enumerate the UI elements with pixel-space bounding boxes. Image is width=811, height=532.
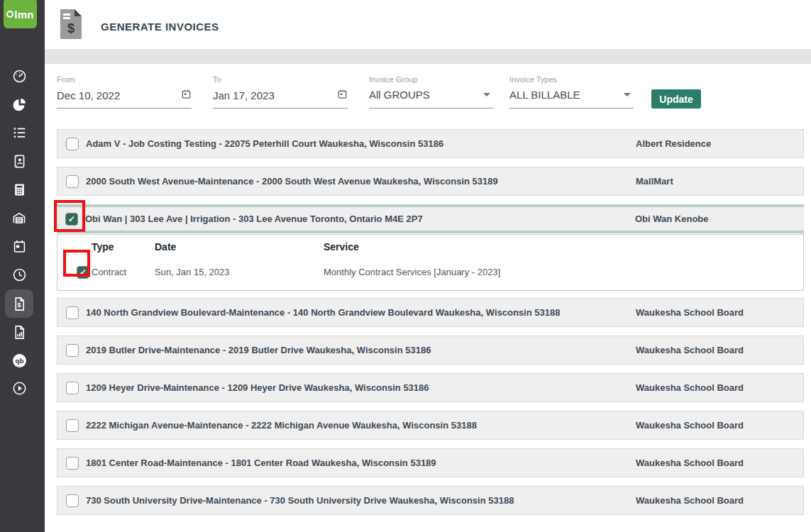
sidebar: lmn $qb xyxy=(0,0,45,532)
sidebar-item-warehouse[interactable] xyxy=(5,204,33,232)
header-divider-strip xyxy=(45,49,811,64)
row-checkbox[interactable]: ✓ xyxy=(66,382,79,394)
from-value: Dec 10, 2022 xyxy=(57,89,120,101)
update-button[interactable]: Update xyxy=(651,89,701,109)
sidebar-item-quickbooks[interactable]: qb xyxy=(5,346,33,375)
invoice-row-title: 2019 Butler Drive-Maintenance - 2019 But… xyxy=(86,345,636,355)
invoice-row-client: Waukesha School Board xyxy=(636,495,803,506)
invoice-row-client: Waukesha School Board xyxy=(636,345,803,355)
sidebar-item-invoices[interactable]: $ xyxy=(5,289,33,318)
invoice-row-client: Albert Residence xyxy=(636,138,803,149)
invoice-page-icon: $ xyxy=(58,8,84,43)
page-title: GENERATE INVOICES xyxy=(101,21,219,33)
invoice-row-client: Waukesha School Board xyxy=(636,307,803,318)
quickbooks-icon: qb xyxy=(11,353,28,369)
invoice-row-title: 140 North Grandview Boulevard-Maintenanc… xyxy=(86,307,636,318)
sidebar-item-lists[interactable] xyxy=(5,118,33,147)
row-checkbox[interactable]: ✓ xyxy=(66,494,79,507)
invoice-types-label: Invoice Types xyxy=(509,75,634,84)
invoice-detail-panel: Type Date Service ✓ Contract Sun, Jan 15… xyxy=(57,234,804,291)
invoice-group-value: All GROUPS xyxy=(369,89,430,101)
calendar-icon xyxy=(12,239,27,254)
invoice-row[interactable]: ✓ 140 North Grandview Boulevard-Maintena… xyxy=(57,298,804,327)
to-label: To xyxy=(213,75,348,84)
invoice-row-title: 1801 Center Road-Maintenance - 1801 Cent… xyxy=(86,458,636,468)
report-doc-icon xyxy=(12,325,27,340)
detail-date-value: Sun, Jan 15, 2023 xyxy=(155,267,324,277)
sidebar-item-schedule[interactable] xyxy=(5,232,33,260)
list-icon xyxy=(12,126,27,140)
invoice-row-title: 2000 South West Avenue-Maintenance - 200… xyxy=(86,176,636,187)
detail-date-header: Date xyxy=(155,241,324,253)
sidebar-item-timesheets[interactable] xyxy=(5,260,33,289)
invoice-group-label: Invoice Group xyxy=(369,75,493,84)
calendar-picker-icon[interactable] xyxy=(181,89,192,102)
invoice-row-title: Adam V - Job Costing Testing - 22075 Pet… xyxy=(86,138,636,149)
warehouse-icon xyxy=(11,211,27,226)
row-checkbox[interactable]: ✓ xyxy=(66,457,79,470)
invoice-row-client: Waukesha School Board xyxy=(636,458,803,468)
invoice-row-client: Waukesha School Board xyxy=(636,420,803,431)
invoice-row-client: Obi Wan Kenobe xyxy=(635,214,804,224)
main-area: $ GENERATE INVOICES From Dec 10, 2022 To… xyxy=(45,0,811,532)
dashboard-icon xyxy=(12,69,27,84)
lmn-logo[interactable]: lmn xyxy=(4,0,37,28)
sidebar-item-estimates[interactable] xyxy=(5,175,33,204)
invoice-row[interactable]: ✓ Adam V - Job Costing Testing - 22075 P… xyxy=(57,129,804,158)
calculator-icon xyxy=(12,182,27,197)
calendar-picker-icon[interactable] xyxy=(337,89,348,102)
invoice-row-client: MallMart xyxy=(636,176,803,187)
sidebar-item-reports-pie[interactable] xyxy=(5,90,33,118)
invoice-row-client: Waukesha School Board xyxy=(636,382,803,393)
detail-type-value: Contract xyxy=(92,267,155,277)
svg-text:qb: qb xyxy=(15,357,23,365)
invoice-row-title: 1209 Heyer Drive-Maintenance - 1209 Heye… xyxy=(86,382,636,393)
invoice-row-title: 2222 Michigan Avenue-Maintenance - 2222 … xyxy=(86,420,636,431)
clock-icon xyxy=(12,267,27,282)
invoice-types-value: ALL BILLABLE xyxy=(509,89,580,101)
row-checkbox[interactable]: ✓ xyxy=(65,213,78,226)
row-checkbox[interactable]: ✓ xyxy=(66,344,79,357)
sidebar-item-statements[interactable] xyxy=(5,318,33,346)
sidebar-item-tutorials[interactable] xyxy=(5,374,33,402)
sidebar-item-contacts[interactable] xyxy=(5,147,33,175)
from-date-field[interactable]: From Dec 10, 2022 xyxy=(57,75,192,109)
invoice-group-select[interactable]: Invoice Group All GROUPS xyxy=(369,75,493,109)
row-checkbox[interactable]: ✓ xyxy=(66,306,79,319)
chevron-down-icon xyxy=(624,93,631,96)
invoice-row[interactable]: ✓ 1801 Center Road-Maintenance - 1801 Ce… xyxy=(57,448,804,477)
invoice-row[interactable]: ✓ 2222 Michigan Avenue-Maintenance - 222… xyxy=(57,411,804,440)
invoice-row[interactable]: ✓ 2000 South West Avenue-Maintenance - 2… xyxy=(57,167,804,196)
detail-service-value: Monthly Contract Services [January - 202… xyxy=(324,267,803,277)
row-checkbox[interactable]: ✓ xyxy=(66,138,79,150)
invoice-row[interactable]: ✓ Obi Wan | 303 Lee Ave | Irrigation - 3… xyxy=(57,204,804,233)
svg-text:$: $ xyxy=(67,21,75,35)
lmn-logo-text: lmn xyxy=(14,9,34,21)
detail-type-header: Type xyxy=(92,241,155,253)
pie-chart-icon xyxy=(12,97,27,112)
invoice-doc-icon: $ xyxy=(12,297,27,311)
from-label: From xyxy=(57,75,192,84)
invoice-types-select[interactable]: Invoice Types ALL BILLABLE xyxy=(509,75,634,109)
to-date-field[interactable]: To Jan 17, 2023 xyxy=(213,75,348,109)
to-value: Jan 17, 2023 xyxy=(213,89,275,101)
sidebar-item-dashboard[interactable] xyxy=(5,62,33,90)
svg-text:$: $ xyxy=(17,301,21,309)
lmn-logo-icon xyxy=(6,11,13,18)
row-checkbox[interactable]: ✓ xyxy=(66,175,79,188)
invoice-list: ✓ Adam V - Job Costing Testing - 22075 P… xyxy=(57,129,804,523)
play-circle-icon xyxy=(12,381,27,396)
invoice-row[interactable]: ✓ 730 South University Drive-Maintenance… xyxy=(57,486,804,515)
invoice-row[interactable]: ✓ 2019 Butler Drive-Maintenance - 2019 B… xyxy=(57,336,804,365)
detail-service-header: Service xyxy=(324,241,803,253)
address-book-icon xyxy=(12,154,27,169)
invoice-row-title: Obi Wan | 303 Lee Ave | Irrigation - 303… xyxy=(85,214,635,224)
invoice-row[interactable]: ✓ 1209 Heyer Drive-Maintenance - 1209 He… xyxy=(57,373,804,402)
chevron-down-icon xyxy=(483,93,490,96)
invoice-row-title: 730 South University Drive-Maintenance -… xyxy=(86,495,636,506)
detail-checkbox[interactable]: ✓ xyxy=(77,266,89,279)
row-checkbox[interactable]: ✓ xyxy=(66,419,79,432)
